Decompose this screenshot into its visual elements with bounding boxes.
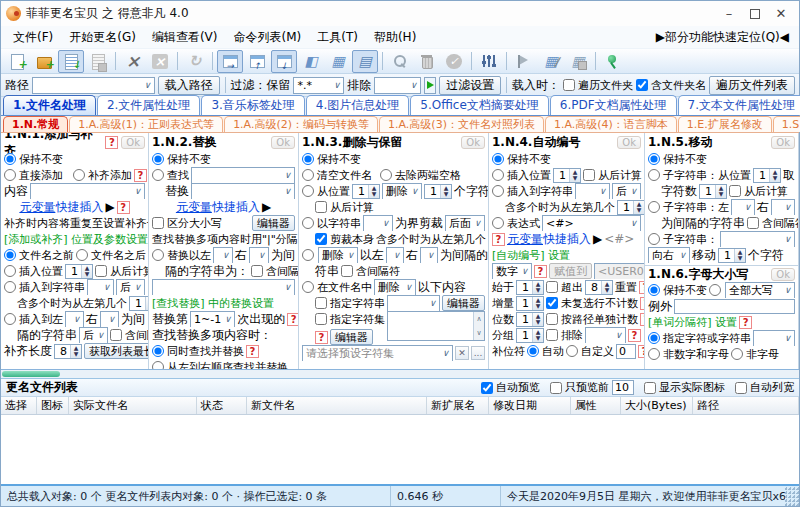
after-combobox[interactable]: 后 — [116, 279, 145, 295]
scrollbar-thumb[interactable] — [2, 371, 60, 377]
right-sep-combobox[interactable] — [249, 247, 269, 263]
char-count-stepper[interactable]: 1 — [699, 184, 727, 199]
after-name-radio[interactable]: 文件名之后 — [76, 248, 146, 263]
in-name-mode-combobox[interactable]: 删除 — [374, 279, 416, 295]
apply-filter-button[interactable] — [424, 77, 436, 94]
spec-sep-radio[interactable]: 指定字符或字符串 — [648, 331, 751, 346]
file-table-body[interactable] — [1, 415, 799, 486]
nth-stepper[interactable]: 1 — [129, 296, 148, 311]
exclude-combobox[interactable] — [585, 327, 626, 343]
dropdown-icon[interactable] — [781, 333, 794, 343]
traverse-file-list-button[interactable]: 遍历文件列表 — [709, 76, 795, 95]
keep-radio[interactable]: 保持不变 — [302, 152, 361, 167]
tab-file-attr[interactable]: 2.文件属性处理 — [97, 95, 200, 115]
pad-add-radio[interactable]: 补齐添加 — [73, 168, 132, 183]
pad-length-stepper[interactable]: 8 — [54, 344, 82, 359]
include-sep-checkbox[interactable]: 含间隔符 — [251, 264, 298, 279]
non-alnum-radio[interactable]: 非数字和字母 — [648, 347, 729, 362]
spinner-arrows[interactable] — [532, 297, 543, 310]
col-modified[interactable]: 修改日期 — [489, 397, 571, 414]
path-combobox[interactable] — [32, 77, 155, 94]
insert-between-radio[interactable]: 插入到左 — [4, 312, 63, 327]
refresh-button[interactable] — [182, 50, 208, 73]
ok-button[interactable]: Ok — [271, 136, 295, 149]
traverse-folders-checkbox[interactable]: 遍历文件夹 — [563, 78, 633, 93]
minimize-icon[interactable] — [722, 6, 736, 21]
dropdown-icon[interactable] — [781, 285, 794, 295]
dropdown-icon[interactable] — [596, 186, 609, 196]
triangle-icon[interactable]: ▶ — [262, 200, 271, 214]
insert-to-string-radio[interactable]: 插入到字符串 — [492, 184, 573, 199]
insert-pos-stepper[interactable]: 1 — [553, 168, 581, 183]
triangle-icon[interactable]: ▶ — [593, 232, 602, 246]
menu-help[interactable]: 帮助(H) — [366, 27, 424, 48]
number-type-combobox[interactable]: 数字 — [492, 263, 532, 279]
remove-item-button[interactable] — [120, 50, 146, 73]
ok-button[interactable]: Ok — [121, 136, 145, 149]
from-end-checkbox[interactable]: 从后计算 — [583, 168, 642, 183]
exclude-checkbox[interactable]: 排除 — [546, 328, 583, 343]
pin-button[interactable] — [600, 50, 626, 73]
dropdown-icon[interactable] — [471, 218, 484, 228]
clear-name-radio[interactable]: 清空文件名 — [302, 168, 372, 183]
preview-first-checkbox[interactable]: 只预览前 — [550, 380, 634, 395]
tab-pdf[interactable]: 6.PDF文档属性处理 — [550, 95, 677, 115]
auto-preview-checkbox[interactable]: 自动预览 — [481, 380, 540, 395]
sep-replace-combobox[interactable] — [152, 279, 295, 295]
substring-combobox[interactable] — [720, 231, 795, 247]
spinner-arrows[interactable] — [633, 201, 644, 214]
menu-commands[interactable]: 命令列表(M) — [226, 27, 310, 48]
help-icon[interactable]: ? — [640, 297, 644, 310]
add-folder-button[interactable] — [31, 50, 57, 73]
tab-office[interactable]: 5.Office文档摘要处理 — [410, 95, 548, 115]
from-position-radio[interactable]: 从位置 — [302, 184, 350, 199]
nth-stepper[interactable]: 1 — [617, 200, 644, 215]
insert-to-string-radio[interactable]: 插入到字符串 — [4, 280, 85, 295]
include-folder-name-checkbox[interactable]: 含文件夹名 — [636, 78, 706, 93]
crop-self-checkbox[interactable]: 剪裁本身 — [315, 232, 374, 247]
spinner-arrows[interactable] — [769, 169, 780, 182]
custom-pad-radio[interactable]: 自定义 — [566, 344, 614, 359]
dropdown-icon[interactable] — [131, 282, 144, 292]
position-stepper[interactable]: 1 — [352, 184, 380, 199]
spinner-arrows[interactable] — [715, 185, 726, 198]
close-icon[interactable] — [774, 6, 788, 21]
right-sep-combobox[interactable] — [100, 311, 119, 327]
per-path-checkbox[interactable]: 按路径单独计数 — [546, 312, 638, 327]
col-new-name[interactable]: 新文件名 — [247, 397, 427, 414]
nth-combobox[interactable]: 1~-1 — [190, 311, 235, 327]
dropdown-icon[interactable] — [281, 282, 294, 292]
target-string-combobox[interactable] — [575, 183, 610, 199]
subtab-script[interactable]: 1.A.高级(4)：语言脚本 — [545, 116, 677, 132]
panel-up-button[interactable] — [244, 50, 270, 73]
clear-charset-button[interactable]: ✕ — [455, 346, 469, 360]
spinner-arrows[interactable] — [440, 185, 451, 198]
panel-right-button[interactable] — [217, 50, 243, 73]
filter-exclude-combobox[interactable] — [374, 77, 421, 94]
increment-stepper[interactable]: 1 — [516, 296, 544, 311]
dropdown-icon[interactable] — [612, 330, 625, 340]
col-status[interactable]: 状态 — [197, 397, 247, 414]
dropdown-icon[interactable] — [627, 186, 640, 196]
ok-button[interactable]: Ok — [771, 136, 795, 149]
show-icons-checkbox[interactable]: 显示实际图标 — [644, 380, 725, 395]
dropdown-icon[interactable] — [379, 218, 392, 228]
help-icon[interactable]: ? — [287, 313, 298, 326]
spinner-arrows[interactable] — [145, 297, 148, 310]
direct-add-radio[interactable]: 直接添加 — [4, 168, 63, 183]
horizontal-scrollbar[interactable] — [1, 370, 799, 379]
flag-button[interactable] — [511, 50, 537, 73]
exceed-stepper[interactable]: 8 — [585, 280, 613, 295]
spinner-arrows[interactable] — [368, 185, 379, 198]
load-path-button[interactable]: 载入路径 — [158, 76, 220, 95]
exceed-checkbox[interactable]: 超出 — [546, 280, 583, 295]
ok-button[interactable]: Ok — [461, 136, 485, 149]
keep-radio[interactable]: 保持不变 — [648, 152, 707, 167]
dropdown-icon[interactable] — [408, 186, 421, 196]
tab-music-tag[interactable]: 3.音乐标签处理 — [201, 95, 304, 115]
col-new-ext[interactable]: 新扩展名 — [427, 397, 489, 414]
move-stepper[interactable]: 1 — [718, 248, 746, 263]
spec-string-combobox[interactable] — [387, 295, 440, 311]
position-stepper[interactable]: 1 — [753, 168, 781, 183]
load-list-button[interactable] — [58, 50, 84, 73]
